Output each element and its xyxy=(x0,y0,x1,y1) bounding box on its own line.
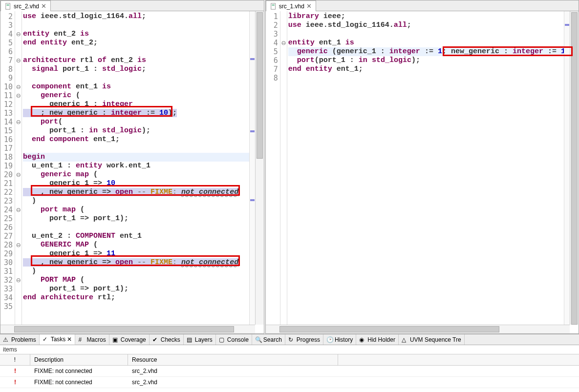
close-icon[interactable]: ✕ xyxy=(306,2,312,10)
bottom-tab-problems[interactable]: ⚠Problems xyxy=(0,334,40,345)
bottom-tab-label: Search xyxy=(263,336,282,343)
horizontal-scrollbar[interactable] xyxy=(0,325,255,333)
bottom-tab-label: Console xyxy=(227,336,249,343)
tab-icon: # xyxy=(78,336,85,343)
horizontal-scrollbar[interactable] xyxy=(266,325,570,333)
table-body: !FIXME: not connectedsrc_2.vhd!FIXME: no… xyxy=(0,366,579,388)
svg-rect-3 xyxy=(272,4,274,5)
bottom-tab-bar: ⚠Problems✓Tasks ✕#Macros▣Coverage✔Checks… xyxy=(0,334,579,345)
tab-label: src_2.vhd xyxy=(14,3,39,10)
row-resource: src_2.vhd xyxy=(128,366,338,376)
code-area[interactable]: use ieee.std_logic_1164.all;entity ent_2… xyxy=(22,11,264,333)
vhdl-file-icon xyxy=(5,3,12,10)
highlight-box xyxy=(31,185,240,196)
svg-rect-1 xyxy=(7,4,9,5)
table-header: ! Description Resource xyxy=(0,354,579,366)
col-description[interactable]: Description xyxy=(30,354,128,365)
table-row[interactable]: !FIXME: not connectedsrc_2.vhd xyxy=(0,377,579,388)
tab-icon: 🔍 xyxy=(255,336,262,343)
bottom-tab-progress[interactable]: ↻Progress xyxy=(285,334,323,345)
bottom-tab-label: History xyxy=(335,336,353,343)
bottom-tab-coverage[interactable]: ▣Coverage xyxy=(109,334,150,345)
bottom-tab-label: Checks xyxy=(161,336,180,343)
vhdl-file-icon xyxy=(270,3,277,10)
editor-body[interactable]: 12345678 ⊖ library ieee;use ieee.std_log… xyxy=(266,11,579,333)
tab-icon: ▤ xyxy=(187,336,193,343)
overview-ruler[interactable] xyxy=(249,11,255,325)
row-description: FIXME: not connected xyxy=(30,366,128,376)
bottom-tab-layers[interactable]: ▤Layers xyxy=(184,334,216,345)
bottom-tab-checks[interactable]: ✔Checks xyxy=(150,334,184,345)
bottom-tab-label: Layers xyxy=(195,336,213,343)
panel-title: items xyxy=(0,345,579,354)
row-resource: src_2.vhd xyxy=(128,377,338,388)
vertical-scrollbar[interactable] xyxy=(255,11,264,325)
bottom-tab-search[interactable]: 🔍Search xyxy=(252,334,285,345)
fold-gutter[interactable]: ⊖ xyxy=(280,11,287,333)
bottom-panel: ⚠Problems✓Tasks ✕#Macros▣Coverage✔Checks… xyxy=(0,334,579,392)
tab-icon: ✔ xyxy=(152,336,159,343)
tab-icon: △ xyxy=(402,336,408,343)
editor-body[interactable]: 2345678910111213141516171819202122232425… xyxy=(0,11,264,333)
scrollbar-thumb[interactable] xyxy=(279,326,499,332)
highlight-box xyxy=(31,106,172,117)
bottom-tab-uvm-sequence-tre[interactable]: △UVM Sequence Tre xyxy=(399,334,465,345)
line-gutter: 2345678910111213141516171819202122232425… xyxy=(0,11,15,333)
tab-bar: src_1.vhd ✕ xyxy=(266,0,579,11)
bottom-tab-label: Coverage xyxy=(121,336,146,343)
editor-left: src_2.vhd ✕ 2345678910111213141516171819… xyxy=(0,0,264,334)
bottom-tab-console[interactable]: ▢Console xyxy=(216,334,252,345)
vertical-scrollbar[interactable] xyxy=(570,11,579,325)
bottom-tab-label: UVM Sequence Tre xyxy=(410,336,461,343)
tab-bar: src_2.vhd ✕ xyxy=(0,0,264,11)
fold-gutter[interactable]: ⊖⊖⊖⊖⊖⊖⊖⊖⊖ xyxy=(15,11,22,333)
tab-icon: ✓ xyxy=(43,336,49,343)
table-row[interactable]: !FIXME: not connectedsrc_2.vhd xyxy=(0,366,579,377)
col-resource[interactable]: Resource xyxy=(128,354,338,365)
tab-label: src_1.vhd xyxy=(279,3,304,10)
bottom-tab-label: Macros xyxy=(86,336,106,343)
tab-icon: ⚠ xyxy=(3,336,10,343)
bottom-tab-label: Problems xyxy=(11,336,36,343)
editor-right: src_1.vhd ✕ 12345678 ⊖ library ieee;use … xyxy=(265,0,579,334)
priority-icon: ! xyxy=(0,366,30,376)
bottom-tab-label: Hid Holder xyxy=(367,336,395,343)
close-icon[interactable]: ✕ xyxy=(67,336,72,343)
scrollbar-thumb[interactable] xyxy=(14,326,234,332)
priority-icon: ! xyxy=(0,377,30,388)
tab-icon: ↻ xyxy=(288,336,295,343)
col-priority[interactable]: ! xyxy=(0,354,30,365)
close-icon[interactable]: ✕ xyxy=(41,2,46,10)
tab-icon: ▣ xyxy=(112,336,119,343)
row-description: FIXME: not connected xyxy=(30,377,128,388)
tab-icon: ◉ xyxy=(359,336,366,343)
tab-src2[interactable]: src_2.vhd ✕ xyxy=(0,0,51,11)
svg-rect-2 xyxy=(271,3,276,9)
code-area[interactable]: library ieee;use ieee.std_logic_1164.all… xyxy=(287,11,579,333)
bottom-tab-label: Tasks xyxy=(51,336,66,343)
svg-rect-0 xyxy=(6,3,10,9)
highlight-box xyxy=(443,46,573,56)
bottom-tab-macros[interactable]: #Macros xyxy=(75,334,109,345)
scrollbar-thumb[interactable] xyxy=(571,12,578,325)
overview-ruler[interactable] xyxy=(564,11,570,325)
tab-icon: ▢ xyxy=(219,336,226,343)
tab-src1[interactable]: src_1.vhd ✕ xyxy=(266,0,316,11)
tab-icon: 🕑 xyxy=(326,336,333,343)
bottom-tab-hid-holder[interactable]: ◉Hid Holder xyxy=(356,334,399,345)
highlight-box xyxy=(31,255,240,266)
line-gutter: 12345678 xyxy=(266,11,280,333)
bottom-tab-label: Progress xyxy=(297,336,320,343)
bottom-tab-history[interactable]: 🕑History xyxy=(323,334,356,345)
bottom-tab-tasks[interactable]: ✓Tasks ✕ xyxy=(40,334,76,345)
scrollbar-thumb[interactable] xyxy=(257,12,263,159)
